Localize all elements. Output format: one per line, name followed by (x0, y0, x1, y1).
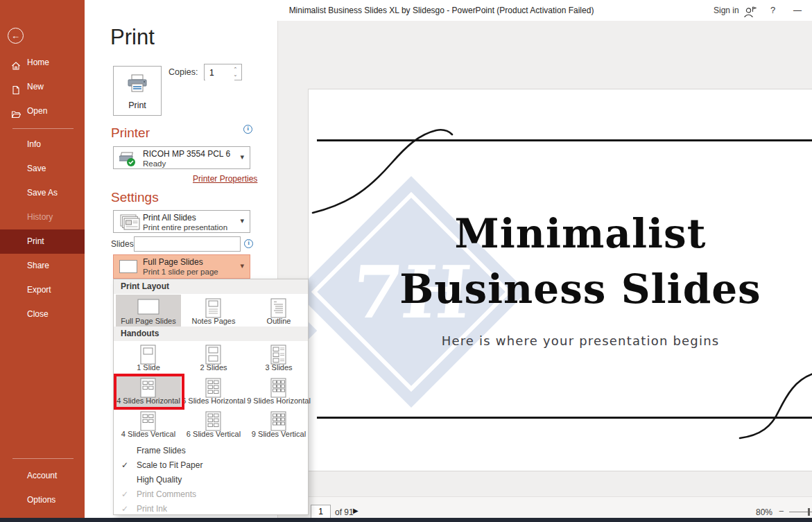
layout-select-title: Full Page Slides (143, 257, 203, 268)
spinner-down-icon[interactable]: ⌄ (231, 72, 240, 79)
sidebar-item-account[interactable]: Account (0, 465, 85, 486)
sidebar-item-save[interactable]: Save (0, 158, 85, 179)
layout-select-subtitle: Print 1 slide per page (143, 267, 218, 277)
titlebar: Minimalist Business Slides XL by Slidesg… (85, 0, 812, 21)
page-title: Print (110, 25, 155, 50)
full-page-slide-icon (119, 260, 137, 273)
sidebar-item-export[interactable]: Export (0, 279, 85, 300)
printer-status-icon (119, 150, 139, 170)
page-count-label: of 91 (335, 507, 354, 517)
zoom-out-icon[interactable]: − (779, 506, 784, 516)
sidebar-item-info[interactable]: Info (0, 134, 85, 155)
back-arrow-icon[interactable]: ← (8, 28, 24, 44)
layout-option-3-slides[interactable]: 3 Slides (246, 341, 311, 374)
new-document-icon (11, 82, 21, 92)
sidebar-separator (12, 458, 74, 459)
printer-icon (114, 74, 161, 96)
layout-option-full-page-slides[interactable]: Full Page Slides (116, 295, 181, 327)
print-button[interactable]: Print (113, 66, 162, 116)
sidebar-item-share[interactable]: Share (0, 255, 85, 276)
sidebar-separator (12, 128, 74, 129)
copies-label: Copies: (169, 67, 198, 77)
slides-info-icon[interactable]: i (244, 239, 253, 248)
handouts-header: Handouts (114, 327, 308, 341)
switch-account-icon[interactable] (743, 5, 757, 17)
layout-option-2-slides[interactable]: 2 Slides (181, 341, 246, 374)
window-bottom-edge (0, 518, 812, 522)
print-range-title: Print All Slides (143, 213, 196, 223)
help-icon[interactable]: ? (770, 0, 775, 21)
layout-option-9-slides-vertical[interactable]: 9 Slides Vertical (246, 408, 311, 440)
layout-option-notes-pages[interactable]: Notes Pages (181, 295, 246, 327)
printer-status: Ready (143, 159, 166, 168)
layout-option-6-slides-horizontal[interactable]: 6 Slides Horizontal (181, 374, 246, 407)
print-layout-header: Print Layout (114, 279, 308, 294)
slides-label: Slides: (111, 239, 136, 249)
sidebar-item-print-active[interactable]: Print (0, 229, 85, 254)
sidebar-item-history: History (0, 207, 85, 227)
layout-option-1-slide[interactable]: 1 Slide (116, 341, 181, 374)
check-icon: ✓ (121, 502, 131, 516)
sign-in-button[interactable]: Sign in (714, 0, 739, 21)
printer-info-icon[interactable]: i (243, 125, 252, 134)
settings-section-heading: Settings (111, 190, 159, 205)
menu-item-frame-slides[interactable]: Frame Slides (114, 444, 308, 458)
slide-title: Minimalist Business Slides (372, 206, 788, 317)
sidebar-item-close[interactable]: Close (0, 304, 85, 324)
zoom-slider-handle[interactable] (808, 508, 810, 516)
layout-option-outline[interactable]: Outline (246, 295, 311, 327)
powerpoint-backstage-print: Minimalist Business Slides XL by Slidesg… (0, 0, 812, 522)
print-range-subtitle: Print entire presentation (143, 223, 227, 232)
printer-section-heading: Printer (111, 125, 150, 141)
next-page-icon[interactable]: ▶ (353, 507, 359, 514)
zoom-level-label: 80% (756, 507, 772, 517)
chevron-down-icon: ▾ (240, 153, 244, 162)
menu-item-print-comments: ✓ Print Comments (114, 487, 308, 502)
print-all-slides-icon (119, 214, 140, 234)
home-icon (11, 58, 21, 67)
menu-item-scale-to-fit-paper[interactable]: ✓ Scale to Fit Paper (114, 458, 308, 473)
page-layout-select[interactable]: Full Page Slides Print 1 slide per page … (113, 254, 250, 279)
chevron-down-icon: ▾ (240, 261, 244, 270)
check-icon: ✓ (121, 458, 131, 473)
slide-preview: 7H Minimalist Business Slides Here is wh… (308, 89, 812, 471)
spinner-up-icon[interactable]: ⌃ (231, 65, 240, 72)
printer-properties-link[interactable]: Printer Properties (193, 174, 257, 184)
copies-spinner[interactable]: ⌃ ⌄ (231, 65, 240, 80)
printer-name: RICOH MP 3554 PCL 6 (143, 149, 230, 159)
print-preview-pane: 7H Minimalist Business Slides Here is wh… (277, 21, 812, 518)
slide-subtitle: Here is where your presentation begins (372, 333, 788, 348)
backstage-sidebar: ← Home New Open Info Save Save As Histor… (0, 0, 85, 518)
print-layout-dropdown: Print Layout Full Page Slides Notes Page… (113, 279, 309, 515)
copies-stepper: ⌃ ⌄ (204, 64, 242, 80)
layout-option-4-slides-vertical[interactable]: 4 Slides Vertical (116, 408, 181, 440)
layout-option-4-slides-horizontal[interactable]: 4 Slides Horizontal (116, 374, 181, 407)
print-range-select[interactable]: Print All Slides Print entire presentati… (113, 210, 250, 233)
minimize-icon[interactable]: — (793, 0, 802, 21)
sidebar-item-home[interactable]: Home (0, 52, 85, 73)
sidebar-item-open[interactable]: Open (0, 101, 85, 121)
check-icon: ✓ (121, 487, 131, 502)
window-title: Minimalist Business Slides XL by Slidesg… (85, 0, 798, 21)
copies-input[interactable] (205, 65, 234, 80)
menu-item-high-quality[interactable]: High Quality (114, 473, 308, 487)
chevron-down-icon: ▾ (240, 216, 244, 225)
layout-option-6-slides-vertical[interactable]: 6 Slides Vertical (181, 408, 246, 440)
preview-bottom-bar: of 91 ▶ 80% − (278, 496, 812, 519)
slides-range-input[interactable] (134, 236, 241, 252)
menu-item-print-ink: ✓ Print Ink (114, 502, 308, 516)
sidebar-item-new[interactable]: New (0, 76, 85, 97)
layout-option-9-slides-horizontal[interactable]: 9 Slides Horizontal (246, 374, 311, 407)
open-folder-icon (11, 106, 21, 116)
full-page-slides-icon (137, 298, 160, 319)
sidebar-item-options[interactable]: Options (0, 489, 85, 510)
page-number-input[interactable] (311, 505, 331, 519)
sidebar-item-save-as[interactable]: Save As (0, 182, 85, 203)
printer-select[interactable]: RICOH MP 3554 PCL 6 Ready ▾ (113, 146, 250, 169)
